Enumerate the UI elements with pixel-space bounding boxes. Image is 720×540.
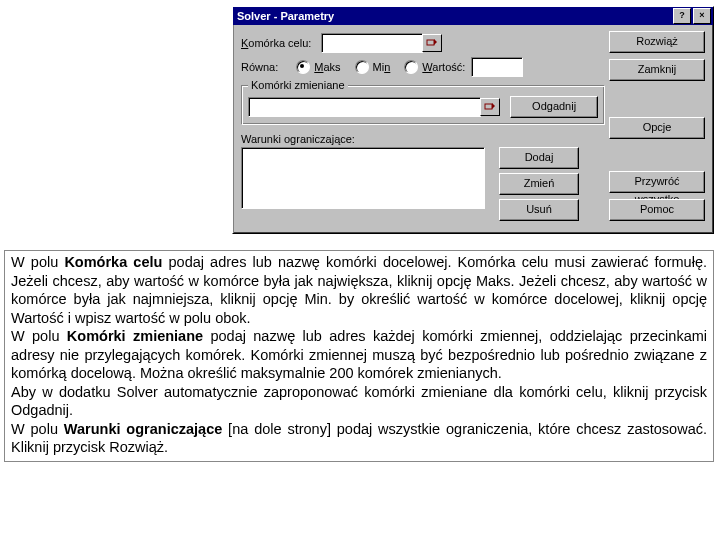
target-cell-ref-icon[interactable] xyxy=(422,34,442,52)
max-label: Maks xyxy=(314,61,340,73)
changing-cells-input[interactable] xyxy=(248,97,481,117)
constraints-button-column: Dodaj Zmień Usuń xyxy=(499,147,579,221)
close-titlebar-button[interactable]: × xyxy=(693,8,711,24)
window-title: Solver - Parametry xyxy=(237,7,671,25)
reset-button[interactable]: Przywróć wszystko xyxy=(609,171,705,193)
text-bold: Komórka celu xyxy=(64,254,162,270)
value-radio[interactable] xyxy=(404,60,418,74)
svg-rect-1 xyxy=(485,104,492,109)
svg-rect-0 xyxy=(427,40,434,45)
equals-label: Równa: xyxy=(241,61,278,73)
changing-cells-group: Komórki zmieniane Odgadnij xyxy=(241,85,605,125)
text: W polu xyxy=(11,421,64,437)
guess-button[interactable]: Odgadnij xyxy=(510,96,598,118)
options-button[interactable]: Opcje xyxy=(609,117,705,139)
changing-cells-ref-icon[interactable] xyxy=(480,98,500,116)
delete-button[interactable]: Usuń xyxy=(499,199,579,221)
constraints-label: Warunki ograniczające: xyxy=(241,133,355,145)
constraints-listbox[interactable] xyxy=(241,147,485,209)
solver-dialog: Solver - Parametry ? × Rozwiąż Zamknij O… xyxy=(232,6,714,234)
text-bold: Warunki ograniczające xyxy=(64,421,222,437)
add-button[interactable]: Dodaj xyxy=(499,147,579,169)
min-label: Min xyxy=(373,61,391,73)
explanation-box: W polu Komórka celu podaj adres lub nazw… xyxy=(4,250,714,462)
solve-button[interactable]: Rozwiąż xyxy=(609,31,705,53)
help-button[interactable]: Pomoc xyxy=(609,199,705,221)
text: W polu xyxy=(11,254,64,270)
target-cell-label: Komórka celu: xyxy=(241,37,311,49)
value-label: Wartość: xyxy=(422,61,465,73)
titlebar[interactable]: Solver - Parametry ? × xyxy=(233,7,713,25)
help-titlebar-button[interactable]: ? xyxy=(673,8,691,24)
change-button[interactable]: Zmień xyxy=(499,173,579,195)
text: Aby w dodatku Solver automatycznie zapro… xyxy=(11,383,707,420)
close-button[interactable]: Zamknij xyxy=(609,59,705,81)
text: W polu xyxy=(11,328,67,344)
value-input[interactable] xyxy=(471,57,523,77)
target-cell-input[interactable] xyxy=(321,33,423,53)
max-radio[interactable] xyxy=(296,60,310,74)
changing-cells-label: Komórki zmieniane xyxy=(248,79,348,91)
text-bold: Komórki zmieniane xyxy=(67,328,203,344)
right-button-column: Rozwiąż Zamknij Opcje Przywróć wszystko … xyxy=(609,31,705,221)
min-radio[interactable] xyxy=(355,60,369,74)
